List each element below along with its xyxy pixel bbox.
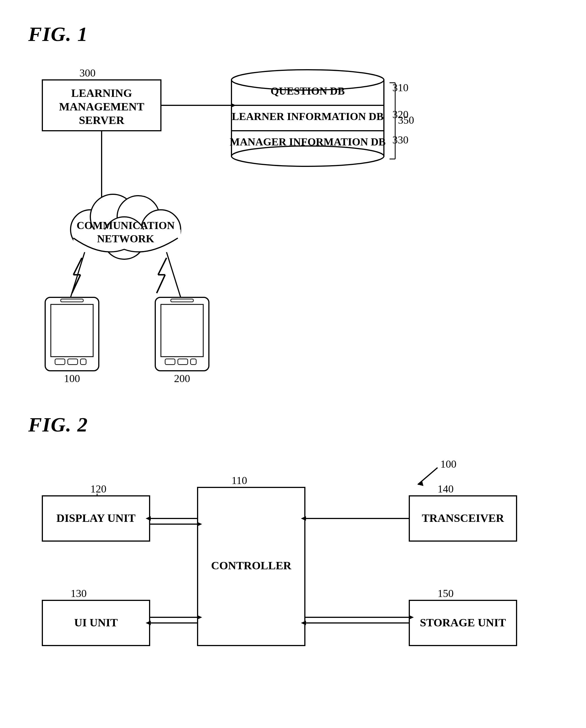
fig1-title: FIG. 1 — [28, 23, 558, 46]
svg-text:SERVER: SERVER — [79, 114, 125, 127]
svg-text:LEARNING: LEARNING — [71, 87, 132, 99]
svg-point-11 — [232, 146, 384, 166]
page: FIG. 1 LEARNING MANAGEMENT SERVER 300 QU… — [0, 0, 586, 728]
svg-text:CONTROLLER: CONTROLLER — [211, 559, 292, 572]
svg-rect-47 — [161, 305, 203, 357]
svg-text:MANAGEMENT: MANAGEMENT — [59, 100, 144, 113]
svg-rect-49 — [178, 359, 188, 365]
svg-text:STORAGE UNIT: STORAGE UNIT — [420, 616, 506, 629]
svg-rect-40 — [51, 305, 93, 357]
svg-text:MANAGER INFORMATION DB: MANAGER INFORMATION DB — [230, 136, 385, 148]
svg-text:QUESTION DB: QUESTION DB — [271, 85, 345, 97]
svg-text:100: 100 — [64, 372, 80, 384]
svg-text:UI UNIT: UI UNIT — [74, 616, 118, 629]
svg-rect-51 — [171, 299, 193, 302]
svg-rect-48 — [165, 359, 175, 365]
svg-text:120: 120 — [90, 483, 106, 495]
svg-text:TRANSCEIVER: TRANSCEIVER — [422, 512, 504, 524]
svg-rect-41 — [55, 359, 65, 365]
svg-text:100: 100 — [441, 458, 456, 470]
svg-text:200: 200 — [174, 372, 190, 384]
svg-rect-50 — [190, 359, 196, 365]
svg-line-34 — [158, 258, 166, 275]
fig1-diagram: LEARNING MANAGEMENT SERVER 300 QUESTION … — [28, 63, 558, 391]
svg-text:300: 300 — [80, 67, 96, 79]
fig2-diagram: 100 DISPLAY UNIT 120 CONTROLLER 110 TRAN… — [28, 453, 558, 708]
svg-text:DISPLAY UNIT: DISPLAY UNIT — [56, 512, 136, 524]
svg-rect-43 — [80, 359, 86, 365]
svg-text:150: 150 — [437, 588, 454, 599]
fig2-title: FIG. 2 — [28, 413, 558, 437]
svg-text:NETWORK: NETWORK — [97, 233, 154, 244]
svg-text:350: 350 — [398, 114, 414, 126]
svg-text:130: 130 — [71, 588, 87, 599]
svg-rect-44 — [61, 299, 83, 302]
svg-text:140: 140 — [437, 483, 454, 495]
svg-rect-42 — [68, 359, 78, 365]
svg-line-36 — [157, 275, 165, 293]
svg-line-38 — [166, 252, 181, 297]
svg-text:COMMUNICATION: COMMUNICATION — [77, 219, 175, 231]
svg-text:110: 110 — [232, 474, 247, 486]
svg-text:LEARNER INFORMATION DB: LEARNER INFORMATION DB — [232, 110, 383, 122]
svg-line-37 — [71, 252, 85, 297]
